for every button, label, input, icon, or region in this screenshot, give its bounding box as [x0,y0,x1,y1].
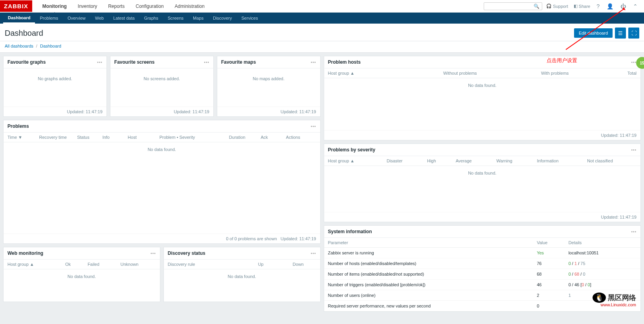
cell-value: 46 [533,280,565,290]
sub-nav: Dashboard Problems Overview Web Latest d… [0,13,644,24]
share-icon: ◧ [574,4,578,9]
support-link[interactable]: 🎧Support [545,4,570,9]
share-link[interactable]: ◧Share [572,4,592,9]
help-icon[interactable]: ? [594,3,602,9]
empty-msg: No graphs added. [7,72,103,86]
widget-menu-icon[interactable]: ••• [311,124,316,129]
col-info[interactable]: Info [99,133,124,142]
col-hostgroup[interactable]: Host group ▲ [324,156,383,166]
widget-footer: Updated: 11:47:19 [4,107,106,116]
empty-msg: No screens added. [114,72,209,86]
subnav-dashboard[interactable]: Dashboard [3,13,35,24]
col-high[interactable]: High [423,156,452,166]
widget-menu-icon[interactable]: ••• [631,230,637,234]
col-up[interactable]: Up [245,260,276,269]
subnav-maps[interactable]: Maps [188,13,208,24]
subnav-discovery[interactable]: Discovery [208,13,237,24]
col-down[interactable]: Down [276,260,320,269]
nav-reports[interactable]: Reports [103,0,130,12]
widget-menu-icon[interactable]: ••• [311,251,316,256]
breadcrumb-current[interactable]: Dashboard [40,44,61,48]
cell-value: 68 [533,269,565,280]
empty-msg: No data found. [4,142,320,156]
col-warning[interactable]: Warning [492,156,533,166]
widget-footer: 0 of 0 problems are shown Updated: 11:47… [4,234,320,243]
subnav-screens[interactable]: Screens [163,13,188,24]
cell-value: 0 [533,301,565,311]
top-nav: Monitoring Inventory Reports Configurati… [37,0,210,12]
caret-icon[interactable]: ⌃ [631,3,640,9]
widget-menu-icon[interactable]: ••• [204,60,209,64]
cell-param: Number of triggers (enabled/disabled [pr… [324,280,533,290]
col-status[interactable]: Status [73,133,98,142]
breadcrumb-all[interactable]: All dashboards [5,44,33,48]
col-time[interactable]: Time ▼ [4,133,35,142]
widget-menu-icon[interactable]: ••• [311,60,316,64]
nav-administration[interactable]: Administration [169,0,210,12]
cell-value: 76 [533,258,565,269]
nav-inventory[interactable]: Inventory [72,0,103,12]
col-hostgroup[interactable]: Host group ▲ [324,68,409,78]
col-without[interactable]: Without problems [409,68,511,78]
col-with[interactable]: With problems [511,68,598,78]
subnav-overview[interactable]: Overview [63,13,90,24]
subnav-graphs[interactable]: Graphs [139,13,163,24]
cell-details: 0 / 1 / 75 [565,258,640,269]
subnav-problems[interactable]: Problems [35,13,62,24]
breadcrumb-sep: / [36,44,37,48]
empty-msg: No data found. [4,269,160,284]
empty-msg: No data found. [324,166,641,180]
widget-title: Favourite graphs [7,59,46,65]
cell-details: 0 / 68 / 0 [565,269,640,280]
col-information[interactable]: Information [533,156,583,166]
widget-menu-icon[interactable]: ••• [631,148,637,152]
col-problem[interactable]: Problem • Severity [156,133,225,142]
col-duration[interactable]: Duration [225,133,257,142]
page-title: Dashboard [5,29,43,38]
search-input[interactable] [486,4,534,9]
widget-title: Web monitoring [7,250,43,256]
col-ack[interactable]: Ack [257,133,282,142]
search-icon[interactable]: 🔍 [534,4,539,9]
widget-web-monitoring: Web monitoring••• Host group ▲ Ok Failed… [3,247,160,302]
cell-details: localhost:10051 [565,248,640,258]
col-recovery[interactable]: Recovery time [35,133,73,142]
subnav-services[interactable]: Services [237,13,262,24]
col-unknown[interactable]: Unknown [117,260,160,269]
cell-param: Number of users (online) [324,290,533,301]
user-icon[interactable]: 👤 [604,3,616,9]
cell-param: Number of items (enabled/disabled/not su… [324,269,533,280]
table-row: Number of triggers (enabled/disabled [pr… [324,280,641,290]
widget-footer: Updated: 11:47:19 [324,212,641,222]
widget-title: System information [328,229,372,234]
nav-monitoring[interactable]: Monitoring [37,0,72,12]
widget-menu-icon[interactable]: ••• [97,60,103,64]
widget-fav-maps: Favourite maps••• No maps added. Updated… [217,56,321,117]
col-details: Details [565,238,640,248]
empty-msg: No maps added. [221,72,316,86]
table-row: Number of items (enabled/disabled/not su… [324,269,641,280]
col-rule[interactable]: Discovery rule [164,260,246,269]
col-total[interactable]: Total [598,68,640,78]
widget-problem-hosts: Problem hosts••• Host group ▲ Without pr… [324,56,641,140]
list-button[interactable]: ☰ [615,28,626,39]
col-hostgroup[interactable]: Host group ▲ [4,260,61,269]
widget-discovery-status: Discovery status••• Discovery rule Up Do… [163,247,321,302]
widget-menu-icon[interactable]: ••• [631,60,637,64]
fullscreen-button[interactable]: ⛶ [628,28,639,39]
col-notclassified[interactable]: Not classified [583,156,640,166]
col-disaster[interactable]: Disaster [383,156,423,166]
widget-title: Problems by severity [328,147,376,153]
nav-configuration[interactable]: Configuration [130,0,169,12]
subnav-web[interactable]: Web [90,13,108,24]
col-host[interactable]: Host [124,133,156,142]
widget-menu-icon[interactable]: ••• [150,251,156,256]
watermark: 🐧 黑区网络 www.Linuxidc.com [593,293,636,307]
col-ok[interactable]: Ok [61,260,84,269]
empty-msg: No data found. [324,78,641,92]
subnav-latest[interactable]: Latest data [108,13,139,24]
col-failed[interactable]: Failed [84,260,117,269]
col-actions[interactable]: Actions [282,133,320,142]
col-average[interactable]: Average [452,156,493,166]
logo[interactable]: ZABBIX [0,0,32,12]
